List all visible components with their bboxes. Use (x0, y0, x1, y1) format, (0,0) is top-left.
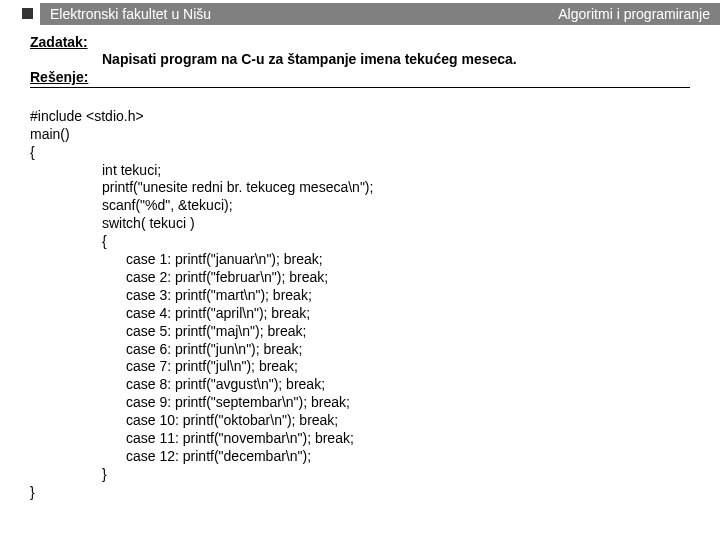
code-line: } (30, 466, 700, 484)
header-left: Elektronski fakultet u Nišu (50, 6, 211, 22)
code-line: case 11: printf("novembar\n"); break; (30, 430, 700, 448)
header-right: Algoritmi i programiranje (558, 6, 710, 22)
resenje-label: Rešenje: (30, 69, 700, 85)
slide-header: Elektronski fakultet u Nišu Algoritmi i … (0, 0, 720, 28)
slide: Elektronski fakultet u Nišu Algoritmi i … (0, 0, 720, 540)
code-line: case 1: printf("januar\n"); break; (30, 251, 700, 269)
header-bar: Elektronski fakultet u Nišu Algoritmi i … (40, 3, 720, 25)
bullet-icon (22, 8, 33, 19)
code-line: scanf("%d", &tekuci); (30, 197, 700, 215)
code-line: case 2: printf("februar\n"); break; (30, 269, 700, 287)
code-line: { (30, 144, 35, 160)
code-line: case 4: printf("april\n"); break; (30, 305, 700, 323)
code-line: case 8: printf("avgust\n"); break; (30, 376, 700, 394)
code-line: case 6: printf("jun\n"); break; (30, 341, 700, 359)
code-line: switch( tekuci ) (30, 215, 700, 233)
code-line: #include <stdio.h> (30, 108, 144, 124)
slide-content: Zadatak: Napisati program na C-u za štam… (0, 28, 720, 502)
code-line: } (30, 484, 35, 500)
code-line: case 3: printf("mart\n"); break; (30, 287, 700, 305)
code-line: case 9: printf("septembar\n"); break; (30, 394, 700, 412)
code-line: case 7: printf("jul\n"); break; (30, 358, 700, 376)
code-line: case 5: printf("maj\n"); break; (30, 323, 700, 341)
code-block: #include <stdio.h> main() { int tekuci;p… (30, 90, 700, 502)
zadatak-label: Zadatak: (30, 34, 700, 50)
code-line: main() (30, 126, 70, 142)
code-line: { (30, 233, 700, 251)
divider (30, 87, 690, 88)
code-line: printf("unesite redni br. tekuceg meseca… (30, 179, 700, 197)
code-line: case 12: printf("decembar\n"); (30, 448, 700, 466)
code-line: case 10: printf("oktobar\n"); break; (30, 412, 700, 430)
task-text: Napisati program na C-u za štampanje ime… (30, 50, 700, 69)
code-line: int tekuci; (30, 162, 700, 180)
